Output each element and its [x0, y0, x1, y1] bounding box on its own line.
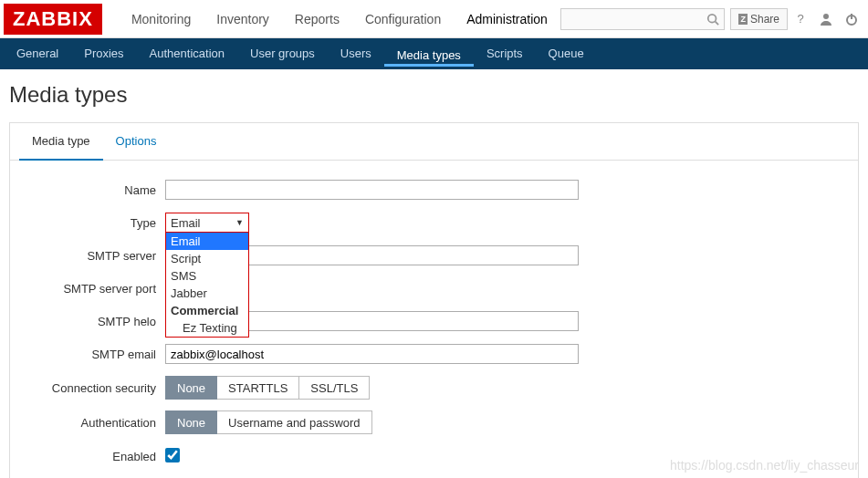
enabled-checkbox[interactable] — [165, 448, 180, 462]
content-panel: Media typeOptions Name Type Email ▼ Emai… — [9, 122, 859, 478]
main-nav-reports[interactable]: Reports — [282, 0, 352, 38]
type-select[interactable]: Email ▼ — [165, 213, 249, 233]
tabs: Media typeOptions — [10, 123, 858, 161]
smtp-server-label: SMTP server — [19, 249, 165, 263]
type-optgroup-commercial: Commercial — [166, 302, 248, 319]
auth-username-and-password[interactable]: Username and password — [217, 410, 372, 434]
name-label: Name — [19, 183, 165, 197]
main-header: ZABBIX MonitoringInventoryReportsConfigu… — [0, 0, 868, 38]
smtp-email-input[interactable] — [165, 344, 579, 364]
main-nav: MonitoringInventoryReportsConfigurationA… — [119, 0, 561, 38]
tab-media-type[interactable]: Media type — [19, 123, 103, 161]
name-input[interactable] — [165, 180, 579, 200]
auth-group: NoneUsername and password — [165, 410, 372, 434]
conn-sec-group: NoneSTARTTLSSSL/TLS — [165, 376, 370, 400]
main-nav-administration[interactable]: Administration — [454, 0, 560, 38]
type-label: Type — [19, 216, 165, 230]
smtp-port-label: SMTP server port — [19, 282, 165, 296]
type-select-value: Email — [171, 216, 201, 230]
auth-none[interactable]: None — [165, 410, 217, 434]
auth-label: Authentication — [19, 416, 165, 430]
help-icon[interactable]: ? — [788, 12, 813, 26]
media-type-form: Name Type Email ▼ EmailScriptSMSJabberCo… — [10, 161, 858, 478]
smtp-helo-label: SMTP helo — [19, 315, 165, 328]
svg-point-2 — [823, 14, 829, 19]
sub-nav-general[interactable]: General — [4, 38, 71, 69]
svg-point-0 — [708, 14, 716, 22]
user-icon[interactable] — [813, 12, 839, 26]
sub-nav: GeneralProxiesAuthenticationUser groupsU… — [0, 38, 868, 69]
share-button[interactable]: ZShare — [730, 8, 788, 30]
search-icon — [706, 13, 719, 26]
type-dropdown: EmailScriptSMSJabberCommercialEz Texting — [165, 233, 249, 338]
main-nav-inventory[interactable]: Inventory — [204, 0, 282, 38]
type-option-ez-texting[interactable]: Ez Texting — [166, 319, 248, 337]
type-option-script[interactable]: Script — [166, 250, 248, 267]
sub-nav-users[interactable]: Users — [328, 38, 384, 69]
watermark: https://blog.csdn.net/liy_chasseur — [670, 458, 859, 473]
search-input[interactable] — [560, 8, 725, 30]
type-option-email[interactable]: Email — [166, 233, 248, 250]
main-nav-monitoring[interactable]: Monitoring — [119, 0, 204, 38]
sub-nav-user-groups[interactable]: User groups — [237, 38, 328, 69]
type-option-sms[interactable]: SMS — [166, 267, 248, 285]
type-option-jabber[interactable]: Jabber — [166, 285, 248, 302]
logo[interactable]: ZABBIX — [4, 4, 102, 35]
z-icon: Z — [738, 14, 748, 25]
conn-sec-label: Connection security — [19, 381, 165, 395]
conn-sec-none[interactable]: None — [165, 376, 217, 400]
enabled-label: Enabled — [19, 450, 165, 463]
sub-nav-queue[interactable]: Queue — [536, 38, 597, 69]
tab-options[interactable]: Options — [103, 123, 170, 160]
sub-nav-media-types[interactable]: Media types — [384, 38, 474, 67]
page-title: Media types — [0, 69, 868, 122]
conn-sec-starttls[interactable]: STARTTLS — [217, 376, 299, 400]
conn-sec-ssl-tls[interactable]: SSL/TLS — [299, 376, 370, 400]
main-nav-configuration[interactable]: Configuration — [352, 0, 454, 38]
sub-nav-proxies[interactable]: Proxies — [71, 38, 136, 69]
power-icon[interactable] — [839, 12, 864, 26]
sub-nav-authentication[interactable]: Authentication — [137, 38, 237, 69]
chevron-down-icon: ▼ — [235, 218, 244, 227]
svg-line-1 — [716, 21, 719, 25]
smtp-email-label: SMTP email — [19, 348, 165, 361]
